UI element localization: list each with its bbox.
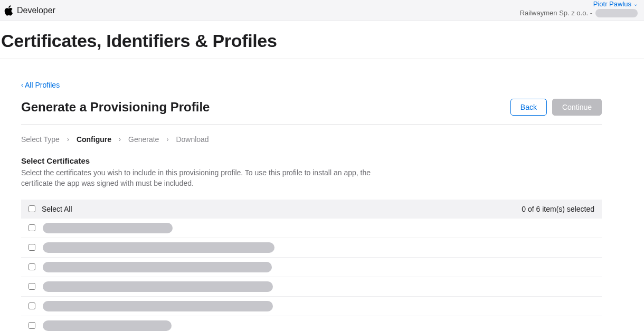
- chevron-down-icon: ⌄: [633, 1, 638, 7]
- all-profiles-label: All Profiles: [25, 81, 60, 89]
- certificate-row[interactable]: [21, 277, 602, 297]
- certificate-row[interactable]: [21, 219, 602, 238]
- page-title: Certificates, Identifiers & Profiles: [1, 31, 643, 51]
- account-area: Piotr Pawlus ⌄ Railwaymen Sp. z o.o. -: [520, 3, 638, 17]
- page-title-wrap: Certificates, Identifiers & Profiles: [0, 21, 644, 59]
- brand-label: Developer: [17, 6, 55, 15]
- certificate-name-redacted: [43, 262, 272, 272]
- certificate-row[interactable]: [21, 258, 602, 277]
- certificate-checkbox[interactable]: [29, 224, 35, 231]
- chevron-right-icon: ›: [166, 136, 168, 143]
- certificate-row[interactable]: [21, 238, 602, 258]
- rows-container: [21, 219, 602, 331]
- user-name-label: Piotr Pawlus: [593, 0, 631, 8]
- select-all-label: Select All: [42, 205, 72, 213]
- team-redacted-blob: [595, 9, 638, 17]
- step-select-type[interactable]: Select Type: [21, 135, 60, 144]
- select-all-checkbox[interactable]: [29, 205, 35, 212]
- certificate-checkbox[interactable]: [29, 244, 35, 251]
- team-row: Railwaymen Sp. z o.o. -: [520, 9, 638, 17]
- all-profiles-link[interactable]: ‹ All Profiles: [21, 81, 60, 89]
- certificate-checkbox[interactable]: [29, 302, 35, 309]
- section-desc: Select the certificates you wish to incl…: [21, 167, 380, 189]
- step-configure[interactable]: Configure: [77, 135, 111, 144]
- certificate-name-redacted: [43, 320, 172, 331]
- chevron-left-icon: ‹: [21, 81, 23, 89]
- brand[interactable]: Developer: [2, 4, 55, 17]
- global-header: Developer Piotr Pawlus ⌄ Railwaymen Sp. …: [0, 0, 644, 21]
- chevron-right-icon: ›: [119, 136, 121, 143]
- team-name-label: Railwaymen Sp. z o.o. -: [520, 9, 592, 17]
- section-title: Select Certificates: [21, 156, 602, 165]
- certificate-checkbox[interactable]: [29, 283, 35, 290]
- certificate-name-redacted: [43, 242, 274, 253]
- action-buttons: Back Continue: [510, 99, 602, 116]
- certificate-row[interactable]: [21, 316, 602, 331]
- certificate-list: Select All 0 of 6 item(s) selected: [21, 200, 602, 331]
- certificate-name-redacted: [43, 281, 273, 292]
- user-menu[interactable]: Piotr Pawlus ⌄: [593, 0, 638, 8]
- subheader: Generate a Provisioning Profile Back Con…: [21, 99, 602, 125]
- back-button[interactable]: Back: [510, 99, 547, 116]
- list-header: Select All 0 of 6 item(s) selected: [21, 200, 602, 219]
- apple-logo-icon: [2, 4, 15, 17]
- main-content: ‹ All Profiles Generate a Provisioning P…: [0, 59, 602, 331]
- step-breadcrumbs: Select Type›Configure›Generate›Download: [21, 135, 602, 144]
- certificate-row[interactable]: [21, 297, 602, 316]
- selection-count: 0 of 6 item(s) selected: [522, 205, 594, 213]
- continue-button: Continue: [552, 99, 602, 116]
- certificate-checkbox[interactable]: [29, 322, 35, 329]
- step-download[interactable]: Download: [176, 135, 209, 144]
- chevron-right-icon: ›: [67, 136, 69, 143]
- certificate-name-redacted: [43, 301, 273, 311]
- subheader-title: Generate a Provisioning Profile: [21, 100, 210, 115]
- certificate-name-redacted: [43, 223, 173, 233]
- step-generate[interactable]: Generate: [128, 135, 159, 144]
- certificate-checkbox[interactable]: [29, 263, 35, 270]
